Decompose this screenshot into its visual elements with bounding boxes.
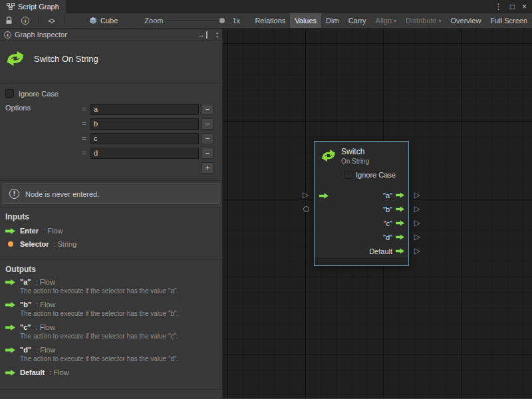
graph-canvas[interactable]: Switch On String Ignore Case ▷ "a"	[223, 29, 532, 398]
unit-title: Switch On String	[34, 54, 98, 64]
port-label: Default	[369, 247, 392, 255]
port-row-d: "d" ▷	[315, 230, 408, 244]
zoom-slider[interactable]	[168, 16, 227, 25]
toolbar-separator	[64, 16, 65, 26]
input-item-enter: Enter : Flow	[5, 227, 217, 235]
flow-out-port[interactable]	[396, 192, 404, 200]
flow-arrow-icon	[5, 279, 15, 285]
option-row: = −	[80, 131, 213, 146]
relations-button[interactable]: Relations	[250, 13, 290, 28]
drag-handle-icon[interactable]: =	[80, 149, 88, 157]
port-label: "c"	[384, 219, 392, 227]
carry-button[interactable]: Carry	[344, 13, 371, 28]
dock-panel-icon[interactable]: →	[198, 31, 207, 39]
warning-text: Node is never entered.	[25, 190, 99, 198]
zoom-slider-knob[interactable]	[219, 18, 225, 23]
remove-option-button[interactable]: −	[201, 118, 213, 130]
node-footer	[315, 258, 408, 265]
toolbar-buttons: Relations Values Dim Carry Align ▾ Distr…	[250, 13, 532, 28]
option-input[interactable]	[90, 148, 199, 159]
output-description: The action to execute if the selector ha…	[20, 332, 217, 340]
full-screen-button[interactable]: Full Screen	[485, 13, 532, 28]
output-item: Default : Flow	[5, 368, 217, 376]
warning-icon: !	[9, 189, 19, 199]
out-connector-icon[interactable]: ▷	[414, 205, 420, 213]
window-menu-kebab-icon[interactable]: ⋮	[495, 2, 503, 11]
dim-button[interactable]: Dim	[321, 13, 344, 28]
graph-owner-reference[interactable]: Cube	[89, 13, 118, 28]
close-icon[interactable]: ×	[522, 2, 527, 11]
port-row-a: ▷ "a" ▷	[315, 188, 408, 202]
chevron-down-icon: ▾	[439, 18, 442, 24]
warning-box: ! Node is never entered.	[3, 184, 219, 204]
out-connector-icon[interactable]: ▷	[414, 191, 420, 199]
info-icon[interactable]: i	[19, 13, 31, 28]
target-object-label: Cube	[100, 17, 118, 25]
value-port-icon	[5, 241, 15, 247]
node-header[interactable]: Switch On String Ignore Case	[315, 142, 408, 188]
remove-option-button[interactable]: −	[201, 148, 213, 159]
overview-button[interactable]: Overview	[446, 13, 486, 28]
tab-bar: Script Graph ⋮ □ ×	[0, 0, 532, 13]
ignore-case-checkbox[interactable]	[344, 171, 352, 179]
selector-connector-icon[interactable]	[303, 206, 309, 212]
ignore-case-row: Ignore Case	[0, 83, 222, 98]
unit-title-block: Switch On String	[0, 41, 222, 83]
out-connector-icon[interactable]: ▷	[414, 219, 420, 227]
output-item: "d" : Flow The action to execute if the …	[5, 346, 217, 362]
zoom-slider-track	[168, 20, 227, 21]
output-description: The action to execute if the selector ha…	[20, 310, 217, 317]
out-connector-icon[interactable]: ▷	[414, 247, 420, 255]
inspector-header-title: Graph Inspector	[15, 31, 67, 39]
distribute-dropdown[interactable]: Distribute ▾	[401, 13, 446, 28]
switch-on-string-node[interactable]: Switch On String Ignore Case ▷ "a"	[314, 141, 409, 266]
scroll-down-icon[interactable]: ▾	[216, 35, 218, 39]
flow-arrow-icon	[5, 347, 15, 353]
option-row: = −	[80, 146, 213, 160]
flow-arrow-icon	[5, 302, 15, 308]
outputs-heading: Outputs	[5, 265, 217, 274]
zoom-value: 1x	[232, 17, 240, 25]
graph-toolbar: i <> Cube Zoom 1x Relations Values Dim	[0, 13, 532, 29]
panel-scroll-arrows[interactable]: ▴ ▾	[216, 31, 218, 39]
add-option-button[interactable]: +	[201, 162, 213, 174]
out-connector-icon[interactable]: ▷	[414, 233, 420, 241]
ignore-case-checkbox[interactable]	[5, 89, 14, 98]
output-item: "b" : Flow The action to execute if the …	[5, 301, 217, 317]
option-row: = −	[80, 116, 213, 131]
remove-option-button[interactable]: −	[201, 133, 213, 144]
inputs-heading: Inputs	[5, 212, 217, 221]
tab-label: Script Graph	[18, 3, 59, 11]
chevron-down-icon: ▾	[394, 18, 396, 24]
drag-handle-icon[interactable]: =	[80, 105, 88, 113]
enter-port[interactable]	[319, 192, 329, 200]
maximize-icon[interactable]: □	[510, 2, 515, 11]
zoom-label: Zoom	[144, 17, 163, 25]
option-input[interactable]	[90, 104, 199, 115]
edit-source-icon[interactable]: <>	[45, 13, 57, 28]
ignore-case-label: Ignore Case	[356, 171, 396, 179]
flow-out-port[interactable]	[396, 219, 404, 227]
toolbar-separator	[38, 16, 39, 26]
lock-icon[interactable]	[3, 13, 15, 28]
empty-panel-strip	[0, 389, 222, 398]
enter-connector-icon[interactable]: ▷	[303, 191, 309, 199]
flow-out-port[interactable]	[396, 205, 404, 213]
align-dropdown[interactable]: Align ▾	[371, 13, 401, 28]
graph-icon	[7, 3, 15, 10]
zoom-control: Zoom 1x	[144, 13, 240, 28]
option-input[interactable]	[90, 118, 199, 130]
drag-handle-icon[interactable]: =	[80, 120, 88, 128]
flow-out-port[interactable]	[396, 247, 404, 255]
tab-script-graph[interactable]: Script Graph	[0, 0, 66, 13]
flow-out-port[interactable]	[396, 233, 404, 241]
drag-handle-icon[interactable]: =	[80, 134, 88, 142]
flow-arrow-icon	[5, 228, 15, 234]
flow-arrow-icon	[5, 370, 15, 376]
values-button[interactable]: Values	[290, 13, 321, 28]
options-label: Options	[5, 102, 80, 112]
option-input[interactable]	[90, 133, 199, 144]
remove-option-button[interactable]: −	[201, 104, 213, 115]
info-icon: i	[4, 31, 11, 39]
output-description: The action to execute if the selector ha…	[20, 287, 217, 295]
